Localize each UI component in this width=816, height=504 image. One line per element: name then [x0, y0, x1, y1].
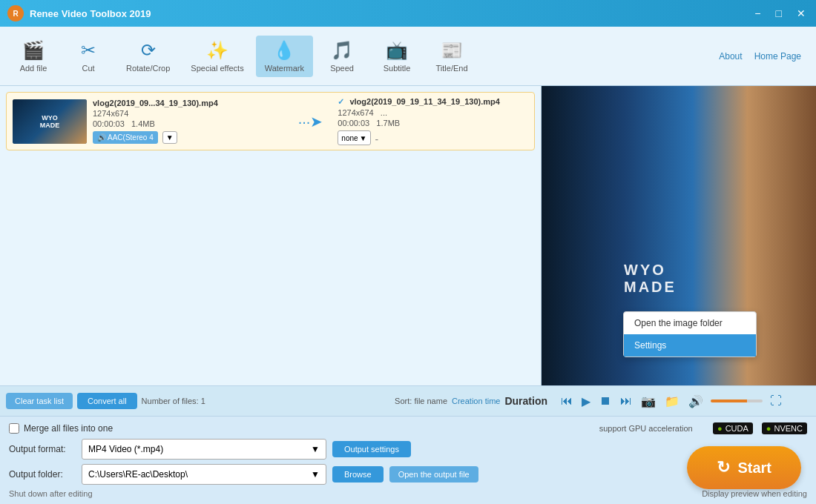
format-dropdown-value: MP4 Video (*.mp4)	[88, 444, 163, 454]
output-dash: -	[375, 130, 379, 145]
start-refresh-icon: ↻	[717, 458, 730, 477]
player-controls: ⏮ ▶ ⏹ ⏭ 📷 📁 🔊 ⛶	[559, 393, 783, 410]
file-list-area: WYOMADE vlog2(2019_09...34_19_130).mp4 1…	[0, 86, 542, 385]
clear-task-list-button[interactable]: Clear task list	[6, 393, 73, 409]
arrow-area: ···➤	[289, 113, 332, 130]
toolbar-speed[interactable]: 🎵 Speed	[316, 36, 368, 77]
volume-button[interactable]: 🔊	[687, 393, 705, 410]
rotate-crop-label: Rotate/Crop	[126, 64, 170, 73]
screenshot-button[interactable]: 📷	[639, 393, 657, 410]
audio-dropdown[interactable]: ▼	[162, 131, 177, 144]
app-title: Renee Video Toolbox 2019	[30, 8, 151, 19]
toolbar-rotate-crop[interactable]: ⟳ Rotate/Crop	[117, 36, 179, 77]
watermark-label: Watermark	[265, 64, 304, 73]
preview-wyo-made: WYOMADE	[624, 262, 677, 296]
stop-button[interactable]: ⏹	[598, 393, 613, 409]
format-dropdown-arrow: ▼	[311, 444, 320, 454]
toolbar-right: About Home Page	[719, 51, 809, 62]
special-effects-icon: ✨	[206, 40, 228, 61]
bottom-controls: Clear task list Convert all Number of fi…	[0, 385, 816, 417]
toolbar-special-effects[interactable]: ✨ Special effects	[182, 36, 252, 77]
input-duration: 00:00:03	[93, 119, 125, 128]
browse-button[interactable]: Browse	[332, 466, 384, 483]
special-effects-label: Special effects	[191, 64, 243, 73]
volume-slider[interactable]	[711, 399, 763, 402]
preview-note: Display preview when editing	[702, 489, 807, 498]
output-file-resolution: 1274x674 ...	[338, 108, 528, 117]
bc-left: Clear task list Convert all Number of fi…	[6, 393, 547, 409]
effect-dropdown[interactable]: none ▼	[338, 130, 370, 145]
input-file-name: vlog2(2019_09...34_19_130).mp4	[93, 99, 283, 107]
minimize-button[interactable]: −	[750, 6, 765, 21]
format-dropdown[interactable]: MP4 Video (*.mp4) ▼	[82, 439, 326, 460]
output-format-label: Output format:	[9, 444, 76, 454]
nvenc-badge: ● NVENC	[762, 422, 807, 434]
window-controls: − □ ✕	[750, 6, 810, 21]
close-button[interactable]: ✕	[792, 6, 810, 21]
cuda-label: CUDA	[725, 424, 748, 433]
about-link[interactable]: About	[719, 51, 742, 62]
bc-right: ⏮ ▶ ⏹ ⏭ 📷 📁 🔊 ⛶	[553, 393, 810, 410]
app-logo: R	[7, 5, 24, 21]
speed-label: Speed	[330, 64, 354, 73]
cut-icon: ✂	[81, 40, 96, 61]
input-file-info: vlog2(2019_09...34_19_130).mp4 1274x674 …	[93, 99, 283, 144]
file-count: Number of files: 1	[142, 397, 205, 405]
output-settings-button[interactable]: Output settings	[332, 441, 411, 457]
creation-time-sort[interactable]: Creation time	[452, 397, 500, 405]
toolbar-left: 🎬 Add file ✂ Cut ⟳ Rotate/Crop ✨ Special…	[7, 36, 478, 77]
input-file-duration-size: 00:00:03 1.4MB	[93, 119, 283, 128]
gpu-support-text: support GPU acceleration	[599, 424, 693, 433]
fullscreen-button[interactable]: ⛶	[769, 393, 783, 409]
output-file-info: ✓ vlog2(2019_09_19_11_34_19_130).mp4 127…	[338, 97, 528, 145]
convert-arrow: ···➤	[298, 113, 323, 130]
toolbar-title-end[interactable]: 📰 Title/End	[426, 36, 478, 77]
file-thumbnail: WYOMADE	[13, 99, 87, 144]
cuda-badge: ● CUDA	[713, 422, 753, 434]
merge-label: Merge all files into one	[24, 423, 113, 434]
folder-button[interactable]: 📁	[663, 393, 681, 410]
folder-dropdown-value: C:\Users\RE-ac\Desktop\	[88, 469, 188, 480]
file-row: WYOMADE vlog2(2019_09...34_19_130).mp4 1…	[6, 92, 535, 150]
maximize-button[interactable]: □	[771, 6, 786, 21]
add-file-label: Add file	[20, 64, 47, 73]
convert-all-button[interactable]: Convert all	[77, 393, 137, 409]
start-button-area: ↻ Start	[687, 446, 801, 489]
title-bar: R Renee Video Toolbox 2019 − □ ✕	[0, 0, 816, 27]
audio-badge: 🔊 AAC(Stereo 4	[93, 131, 158, 144]
popup-open-image-folder[interactable]: Open the image folder	[624, 312, 756, 334]
toolbar-cut[interactable]: ✂ Cut	[62, 36, 114, 77]
start-button[interactable]: ↻ Start	[687, 446, 801, 489]
popup-settings[interactable]: Settings	[624, 334, 756, 357]
merge-checkbox[interactable]	[9, 423, 19, 434]
toolbar-subtitle[interactable]: 📺 Subtitle	[371, 36, 423, 77]
add-file-icon: 🎬	[22, 40, 45, 61]
footer-row1: Merge all files into one support GPU acc…	[9, 422, 807, 434]
nvenc-label: NVENC	[774, 424, 803, 433]
next-button[interactable]: ⏭	[619, 393, 634, 409]
footer-bottom-row: Shut down after editing Display preview …	[9, 489, 807, 498]
cut-label: Cut	[82, 64, 94, 73]
output-file-controls: none ▼ -	[338, 130, 528, 145]
title-end-icon: 📰	[441, 40, 463, 61]
play-pause-button[interactable]: ▶	[580, 393, 592, 410]
prev-button[interactable]: ⏮	[559, 393, 574, 409]
toolbar-watermark[interactable]: 💧 Watermark	[256, 36, 313, 77]
merge-checkbox-area: Merge all files into one	[9, 423, 113, 434]
open-output-button[interactable]: Open the output file	[389, 466, 478, 483]
toolbar: 🎬 Add file ✂ Cut ⟳ Rotate/Crop ✨ Special…	[0, 27, 816, 86]
input-file-controls: 🔊 AAC(Stereo 4 ▼	[93, 131, 283, 144]
sort-label: Sort: file name	[395, 397, 447, 405]
folder-dropdown[interactable]: C:\Users\RE-ac\Desktop\ ▼	[82, 464, 326, 485]
rotate-crop-icon: ⟳	[141, 40, 156, 61]
input-size: 1.4MB	[131, 119, 155, 128]
duration-sort[interactable]: Duration	[504, 395, 547, 407]
subtitle-icon: 📺	[386, 40, 408, 61]
home-page-link[interactable]: Home Page	[754, 51, 801, 62]
toolbar-add-file[interactable]: 🎬 Add file	[7, 36, 59, 77]
thumb-text: WYOMADE	[40, 114, 60, 129]
shutdown-note: Shut down after editing	[9, 489, 93, 498]
title-end-label: Title/End	[436, 64, 468, 73]
subtitle-label: Subtitle	[384, 64, 411, 73]
output-file-name: ✓ vlog2(2019_09_19_11_34_19_130).mp4	[338, 97, 528, 107]
